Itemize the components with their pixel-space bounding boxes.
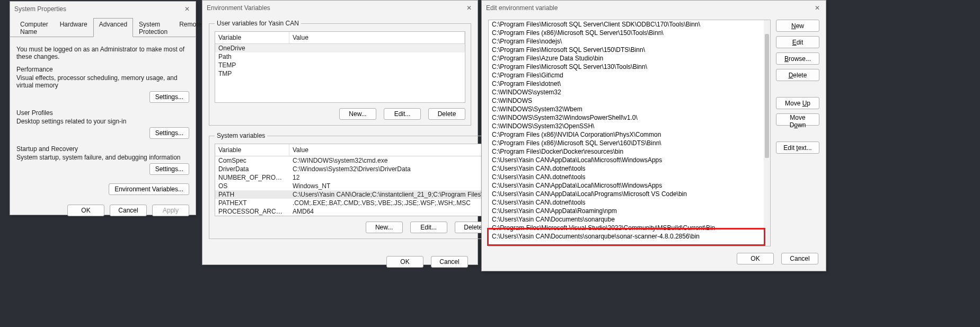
list-row[interactable]: ComSpecC:\WINDOWS\system32\cmd.exe — [215, 156, 491, 165]
path-item[interactable]: C:\Users\Yasin CAN\.dotnet\tools — [489, 173, 770, 181]
path-item[interactable]: C:\Program Files\Docker\Docker\resources… — [489, 147, 770, 156]
cell-value: C:\WINDOWS\system32\cmd.exe — [289, 156, 491, 165]
edit-button[interactable]: Edit — [776, 36, 819, 48]
sys-new-button[interactable]: New... — [366, 222, 403, 233]
tab-advanced[interactable]: Advanced — [93, 18, 133, 37]
cancel-button[interactable]: Cancel — [431, 256, 468, 268]
header-value[interactable]: Value — [289, 32, 465, 43]
path-item[interactable]: C:\Users\Yasin CAN\AppData\Roaming\npm — [489, 207, 770, 215]
header-variable[interactable]: Variable — [215, 32, 289, 43]
move-up-button[interactable]: Move Up — [776, 97, 819, 109]
ok-button[interactable]: OK — [737, 253, 774, 264]
performance-group: Performance Visual effects, processor sc… — [16, 66, 189, 103]
sys-edit-button[interactable]: Edit... — [410, 222, 447, 233]
tab-hardware[interactable]: Hardware — [54, 18, 93, 37]
edit-text-button[interactable]: Edit text... — [776, 142, 819, 154]
group-desc: Desktop settings related to your sign-in — [16, 118, 189, 125]
path-item[interactable]: C:\WINDOWS — [489, 96, 770, 105]
cell-value: C:\Users\Yasin CAN\Oracle;C:\instantclie… — [289, 190, 491, 199]
path-list[interactable]: C:\Program Files\Microsoft SQL Server\Cl… — [488, 20, 771, 246]
list-row[interactable]: DriverDataC:\Windows\System32\Drivers\Dr… — [215, 165, 491, 173]
edit-environment-variable-dialog: Edit environment variable ✕ C:\Program F… — [481, 0, 826, 271]
list-header: Variable Value — [215, 32, 465, 44]
window-title: Environment Variables — [207, 4, 270, 12]
perf-settings-button[interactable]: Settings... — [149, 91, 189, 103]
path-item[interactable]: C:\Program Files\Microsoft SQL Server\13… — [489, 63, 770, 71]
cell-variable: DriverData — [215, 165, 289, 173]
list-row[interactable]: PATHC:\Users\Yasin CAN\Oracle;C:\instant… — [215, 190, 491, 199]
list-row[interactable]: NUMBER_OF_PROCESSORS12 — [215, 173, 491, 182]
close-icon[interactable]: ✕ — [812, 3, 823, 13]
cancel-button[interactable]: Cancel — [781, 253, 818, 264]
ok-button[interactable]: OK — [386, 256, 423, 268]
path-item[interactable]: C:\Program Files (x86)\NVIDIA Corporatio… — [489, 130, 770, 139]
list-row[interactable]: PROCESSOR_ARCHITECTUREAMD64 — [215, 207, 491, 216]
profiles-settings-button[interactable]: Settings... — [149, 127, 189, 139]
cell-value: .COM;.EXE;.BAT;.CMD;.VBS;.VBE;.JS;.JSE;.… — [289, 199, 491, 207]
env-variables-button[interactable]: Environment Variables... — [109, 183, 189, 195]
user-variables-list[interactable]: Variable Value OneDrivePathTEMPTMP — [215, 31, 465, 103]
dialog-footer: OK Cancel — [202, 252, 478, 275]
tab-system-protection[interactable]: System Protection — [133, 18, 173, 37]
cell-value — [289, 69, 465, 78]
move-down-button[interactable]: Move Down — [776, 113, 819, 126]
user-edit-button[interactable]: Edit... — [384, 108, 421, 120]
header-variable[interactable]: Variable — [215, 144, 289, 156]
path-item[interactable]: C:\Program Files\Git\cmd — [489, 71, 770, 79]
path-item[interactable]: C:\Program Files (x86)\Microsoft SQL Ser… — [489, 139, 770, 147]
ok-button[interactable]: OK — [67, 205, 104, 216]
list-row[interactable]: OneDrive — [215, 44, 465, 52]
user-new-button[interactable]: New... — [339, 108, 376, 120]
scrollbar-thumb[interactable] — [765, 34, 769, 158]
group-head: User Profiles — [16, 109, 189, 117]
group-head: Performance — [16, 66, 189, 73]
list-row[interactable]: OSWindows_NT — [215, 182, 491, 190]
tab-computer-name[interactable]: Computer Name — [14, 18, 54, 37]
header-value[interactable]: Value — [289, 144, 491, 156]
admin-note: You must be logged on as an Administrato… — [16, 46, 189, 60]
path-item[interactable]: C:\Users\Yasin CAN\Documents\sonarqube\s… — [489, 232, 770, 241]
new-button[interactable]: New — [776, 20, 819, 32]
titlebar: Edit environment variable ✕ — [482, 1, 826, 14]
browse-button[interactable]: Browse... — [776, 52, 819, 65]
close-icon[interactable]: ✕ — [464, 3, 474, 13]
path-item[interactable]: C:\Program Files\Azure Data Studio\bin — [489, 54, 770, 63]
path-item[interactable]: C:\Users\Yasin CAN\AppData\Local\Program… — [489, 190, 770, 198]
startup-settings-button[interactable]: Settings... — [149, 163, 189, 175]
path-item[interactable]: C:\Program Files\Microsoft SQL Server\15… — [489, 46, 770, 54]
close-icon[interactable]: ✕ — [182, 4, 192, 14]
cell-value — [289, 44, 465, 52]
side-buttons: New Edit Browse... Delete Move Up Move D… — [776, 20, 819, 246]
list-row[interactable]: TMP — [215, 69, 465, 78]
path-item[interactable]: C:\Program Files\Microsoft SQL Server\Cl… — [489, 20, 770, 29]
list-row[interactable]: TEMP — [215, 61, 465, 69]
startup-recovery-group: Startup and Recovery System startup, sys… — [16, 145, 189, 175]
titlebar: System Properties ✕ — [10, 2, 196, 15]
path-item[interactable]: C:\WINDOWS\System32\WindowsPowerShell\v1… — [489, 113, 770, 122]
path-item[interactable]: C:\Users\Yasin CAN\.dotnet\tools — [489, 198, 770, 207]
vertical-scrollbar[interactable] — [764, 20, 770, 246]
list-row[interactable]: PATHEXT.COM;.EXE;.BAT;.CMD;.VBS;.VBE;.JS… — [215, 199, 491, 207]
path-item[interactable]: C:\Users\Yasin CAN\.dotnet\tools — [489, 164, 770, 173]
path-item[interactable]: C:\WINDOWS\System32\OpenSSH\ — [489, 122, 770, 130]
list-header: Variable Value — [215, 144, 491, 156]
cell-variable: Path — [215, 52, 289, 61]
path-item[interactable]: C:\WINDOWS\System32\Wbem — [489, 105, 770, 113]
path-item[interactable]: C:\WINDOWS\system32 — [489, 88, 770, 96]
path-item[interactable]: C:\Program Files (x86)\Microsoft SQL Ser… — [489, 29, 770, 37]
path-item[interactable]: C:\Users\Yasin CAN\Documents\sonarqube — [489, 215, 770, 224]
path-item[interactable]: C:\Program Files\nodejs\ — [489, 37, 770, 46]
system-variables-list[interactable]: Variable Value ComSpecC:\WINDOWS\system3… — [215, 144, 492, 216]
list-row[interactable]: Path — [215, 52, 465, 61]
user-delete-button[interactable]: Delete — [428, 108, 465, 120]
path-item[interactable]: C:\Users\Yasin CAN\AppData\Local\Microso… — [489, 156, 770, 164]
titlebar: Environment Variables ✕ — [202, 1, 478, 14]
cancel-button[interactable]: Cancel — [110, 205, 147, 216]
apply-button[interactable]: Apply — [152, 205, 189, 216]
delete-button[interactable]: Delete — [776, 69, 819, 81]
system-variables-legend: System variables — [215, 132, 267, 139]
path-item[interactable]: C:\Program Files\dotnet\ — [489, 79, 770, 88]
cell-variable: TEMP — [215, 61, 289, 69]
path-item[interactable]: C:\Users\Yasin CAN\AppData\Local\Microso… — [489, 181, 770, 190]
path-item[interactable]: C:\Program Files\Microsoft Visual Studio… — [489, 224, 770, 232]
